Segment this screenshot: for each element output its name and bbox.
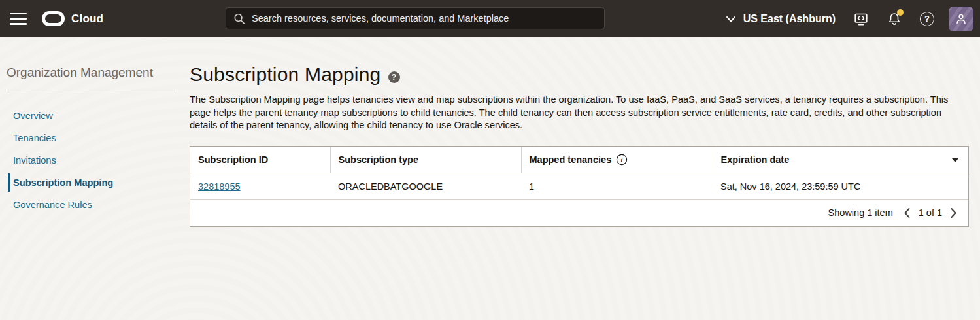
sidebar-divider xyxy=(7,90,173,90)
subscription-id-link[interactable]: 32818955 xyxy=(198,181,241,192)
topbar-actions: US East (Ashburn) ? xyxy=(726,0,973,37)
notifications-badge xyxy=(897,9,904,16)
sidebar-item-governance-rules[interactable]: Governance Rules xyxy=(0,194,173,216)
person-icon xyxy=(954,12,968,26)
prev-page-icon[interactable] xyxy=(902,206,912,220)
page-description: The Subscription Mapping page helps tena… xyxy=(190,94,957,132)
col-header-subscription-type: Subscription type xyxy=(330,147,521,173)
table-header-row: Subscription ID Subscription type Mapped… xyxy=(190,147,968,173)
avatar[interactable] xyxy=(949,7,973,31)
main-content: Subscription Mapping ? The Subscription … xyxy=(173,37,980,320)
sidebar-item-subscription-mapping[interactable]: Subscription Mapping xyxy=(0,171,173,194)
svg-text:i: i xyxy=(621,156,623,163)
region-selector[interactable]: US East (Ashburn) xyxy=(726,13,836,25)
cell-expiration-date: Sat, Nov 16, 2024, 23:59:59 UTC xyxy=(713,173,968,200)
chevron-down-icon xyxy=(726,15,736,23)
subscription-table: Subscription ID Subscription type Mapped… xyxy=(190,146,969,227)
sidebar-item-tenancies[interactable]: Tenancies xyxy=(0,127,173,149)
region-label: US East (Ashburn) xyxy=(743,13,836,25)
info-icon[interactable]: i xyxy=(616,154,628,166)
brand-label: Cloud xyxy=(71,12,103,26)
oracle-logo-icon xyxy=(42,11,65,26)
sidebar-nav: Overview Tenancies Invitations Subscript… xyxy=(0,105,173,216)
col-header-expiration-date: Expiration date xyxy=(713,147,968,173)
global-search[interactable] xyxy=(226,7,605,29)
sidebar-item-invitations[interactable]: Invitations xyxy=(0,149,173,171)
search-input[interactable] xyxy=(252,13,597,24)
showing-count: Showing 1 item xyxy=(828,207,893,218)
col-header-mapped-tenancies: Mapped tenancies i xyxy=(521,147,713,173)
sidebar-item-overview[interactable]: Overview xyxy=(0,105,173,127)
page-help-icon[interactable]: ? xyxy=(388,71,400,83)
cell-subscription-type: ORACLEDBATGOOGLE xyxy=(330,173,521,200)
cell-mapped-tenancies: 1 xyxy=(521,173,713,200)
devtools-icon[interactable] xyxy=(853,11,869,27)
pagination: 1 of 1 xyxy=(902,206,958,220)
sidebar: Organization Management Overview Tenanci… xyxy=(0,37,173,320)
table-row: 32818955 ORACLEDBATGOOGLE 1 Sat, Nov 16,… xyxy=(190,173,968,200)
topbar: Cloud US East (Ashburn) xyxy=(0,0,980,37)
sort-caret-icon[interactable] xyxy=(952,158,958,162)
search-icon xyxy=(233,12,245,25)
next-page-icon[interactable] xyxy=(949,206,958,220)
page-title: Subscription Mapping xyxy=(190,63,381,86)
menu-icon[interactable] xyxy=(10,13,27,25)
table-footer: Showing 1 item 1 of 1 xyxy=(190,200,968,226)
col-header-subscription-id: Subscription ID xyxy=(190,147,330,173)
help-icon[interactable]: ? xyxy=(920,12,934,26)
page-body: Organization Management Overview Tenanci… xyxy=(0,37,980,320)
home-link[interactable]: Cloud xyxy=(42,11,103,26)
cell-subscription-id: 32818955 xyxy=(190,173,330,200)
page-indicator: 1 of 1 xyxy=(919,207,942,218)
notifications-icon[interactable] xyxy=(887,11,902,27)
sidebar-title: Organization Management xyxy=(7,65,173,80)
